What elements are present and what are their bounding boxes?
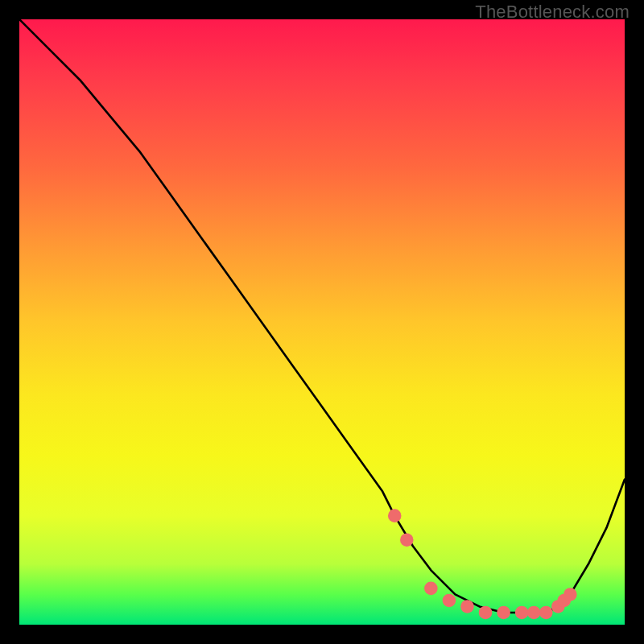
chart-frame: TheBottleneck.com — [0, 0, 644, 644]
highlight-dot — [400, 533, 414, 547]
bottleneck-curve — [19, 19, 625, 613]
watermark-text: TheBottleneck.com — [475, 2, 630, 23]
highlight-dot — [527, 606, 541, 620]
highlight-dot — [443, 594, 456, 608]
highlight-dots — [388, 509, 577, 619]
highlight-dot — [539, 606, 553, 620]
highlight-dot — [388, 509, 402, 522]
highlight-dot — [515, 606, 529, 620]
highlight-dot — [497, 606, 510, 620]
highlight-dot — [479, 606, 493, 620]
highlight-dot — [460, 600, 474, 613]
chart-svg — [19, 19, 625, 625]
highlight-dot — [424, 582, 438, 596]
plot-area — [19, 19, 625, 625]
highlight-dot — [564, 588, 577, 601]
